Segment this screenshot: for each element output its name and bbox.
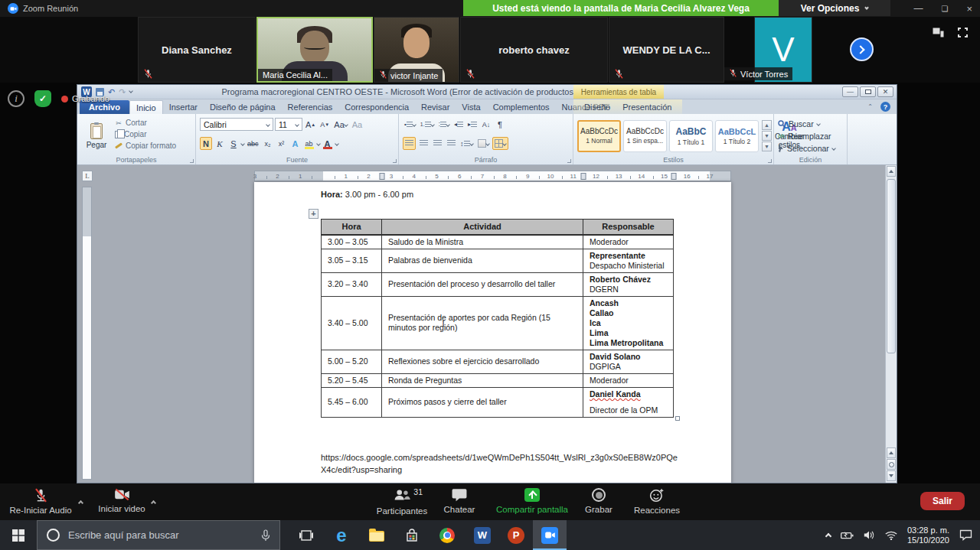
task-view-button[interactable]: [289, 520, 323, 550]
align-left-button[interactable]: [403, 137, 416, 150]
taskbar-zoom-icon[interactable]: [533, 520, 567, 550]
previous-page-button[interactable]: [887, 447, 896, 458]
scroll-up-button[interactable]: [887, 166, 896, 177]
style-card[interactable]: AaBbCcDc1 Sin espa...: [623, 120, 667, 152]
replace-button[interactable]: ab Reemplazar: [778, 130, 843, 142]
clear-formatting-button[interactable]: Aa: [351, 118, 364, 131]
bold-button[interactable]: N: [200, 137, 212, 150]
word-close-button[interactable]: ✕: [877, 86, 893, 97]
start-video-button[interactable]: Iniciar video: [90, 488, 153, 513]
unmute-audio-button[interactable]: Re-Iniciar Audio: [0, 488, 81, 515]
word-tab-vista[interactable]: Vista: [456, 100, 486, 114]
taskbar-clock[interactable]: 03:28 p. m. 15/10/2020: [907, 526, 949, 545]
wifi-icon[interactable]: [885, 531, 897, 540]
participant-tile[interactable]: VVíctor Torres: [754, 17, 812, 83]
line-spacing-button[interactable]: ↕: [459, 137, 475, 150]
increase-indent-button[interactable]: ▸: [466, 118, 479, 131]
minimize-ribbon-icon[interactable]: ⌃: [867, 103, 873, 110]
video-options-chevron[interactable]: [152, 494, 155, 508]
info-icon[interactable]: i: [8, 90, 24, 107]
borders-button[interactable]: [492, 137, 508, 150]
taskbar-file-explorer-icon[interactable]: [360, 520, 394, 550]
dialog-launcher-icon[interactable]: [768, 159, 772, 163]
sort-button[interactable]: A↓: [480, 118, 492, 131]
styles-scroll-down-icon[interactable]: ▼: [762, 131, 772, 141]
audio-options-chevron[interactable]: [79, 494, 83, 508]
taskbar-edge-icon[interactable]: e: [325, 520, 358, 550]
paste-button[interactable]: Pegar: [81, 116, 112, 155]
qat-dropdown-icon[interactable]: [129, 89, 134, 93]
participant-tile[interactable]: WENDY DE LA C...: [609, 17, 724, 83]
select-button[interactable]: Seleccionar: [778, 142, 843, 154]
fullscreen-icon[interactable]: [958, 27, 968, 41]
taskbar-search-input[interactable]: Escribe aquí para buscar: [37, 520, 280, 550]
change-case-button[interactable]: Aa: [332, 118, 348, 131]
word-tab-revisar[interactable]: Revisar: [415, 100, 456, 114]
copy-button[interactable]: Copiar: [115, 129, 176, 139]
record-button[interactable]: Grabar: [576, 488, 622, 514]
table-column-marker[interactable]: [380, 173, 385, 180]
word-tab-inicio[interactable]: Inicio: [129, 100, 163, 114]
maximize-button[interactable]: ❏: [941, 5, 948, 13]
text-effects-button[interactable]: A: [289, 137, 302, 150]
participant-tile[interactable]: roberto chavez: [460, 17, 608, 83]
dialog-launcher-icon[interactable]: [393, 159, 397, 163]
highlight-button[interactable]: ab: [303, 137, 315, 150]
taskbar-store-icon[interactable]: [395, 520, 429, 550]
italic-button[interactable]: K: [214, 137, 226, 150]
action-center-icon[interactable]: [959, 529, 972, 541]
show-marks-button[interactable]: ¶: [494, 118, 506, 131]
shading-button[interactable]: [476, 137, 491, 150]
format-painter-button[interactable]: Copiar formato: [115, 141, 176, 151]
browse-object-button[interactable]: [887, 459, 896, 470]
bullets-button[interactable]: •: [403, 118, 417, 131]
share-screen-button[interactable]: Compartir pantalla: [490, 488, 574, 514]
taskbar-powerpoint-icon[interactable]: P: [499, 520, 533, 550]
word-tab-referencias[interactable]: Referencias: [282, 100, 339, 114]
word-tab-complementos[interactable]: Complementos: [487, 100, 556, 114]
participant-tile[interactable]: Diana Sanchez: [138, 17, 256, 83]
underline-button[interactable]: S: [227, 137, 240, 150]
close-button[interactable]: ×: [966, 3, 972, 15]
justify-button[interactable]: [445, 137, 457, 150]
next-participants-button[interactable]: [850, 37, 874, 61]
word-minimize-button[interactable]: —: [842, 86, 858, 97]
word-tab-correspondencia[interactable]: Correspondencia: [338, 100, 415, 114]
align-center-button[interactable]: [417, 137, 430, 150]
multilevel-list-button[interactable]: ⁚: [437, 118, 451, 131]
dialog-launcher-icon[interactable]: [567, 159, 571, 163]
chat-button[interactable]: Chatear: [433, 488, 486, 514]
document-page[interactable]: Hora: 3.00 pm - 6.00 pm + HoraActividadR…: [254, 182, 731, 483]
font-family-select[interactable]: Calibri: [200, 118, 273, 131]
cut-button[interactable]: ✂Cortar: [115, 118, 176, 128]
leave-meeting-button[interactable]: Salir: [920, 492, 965, 510]
table-move-handle[interactable]: +: [309, 209, 318, 219]
participant-tile[interactable]: Maria Cecilia Al...: [256, 17, 373, 83]
participant-tile[interactable]: victor Injante: [374, 17, 459, 83]
word-tab-insertar[interactable]: Insertar: [163, 100, 204, 114]
scrollbar-thumb[interactable]: [887, 179, 896, 353]
style-card[interactable]: AaBbC1 Título 1: [669, 120, 713, 152]
styles-scroll-up-icon[interactable]: ▲: [762, 120, 772, 130]
find-button[interactable]: Buscar: [778, 118, 843, 129]
font-color-button[interactable]: A: [322, 137, 334, 150]
word-contextual-tab-presentaci-n[interactable]: Presentación: [616, 100, 678, 114]
speaker-icon[interactable]: [864, 530, 875, 540]
table-resize-handle[interactable]: [675, 416, 680, 421]
font-size-select[interactable]: 11: [275, 118, 302, 131]
dialog-launcher-icon[interactable]: [190, 159, 194, 163]
superscript-button[interactable]: x²: [276, 137, 288, 150]
decrease-indent-button[interactable]: ◂: [452, 118, 465, 131]
gallery-view-icon[interactable]: [933, 27, 944, 41]
redo-icon[interactable]: ↷: [119, 88, 126, 96]
next-page-button[interactable]: [887, 470, 896, 481]
view-options-button[interactable]: Ver Opciones: [779, 0, 890, 16]
battery-icon[interactable]: [841, 531, 854, 540]
vertical-scrollbar[interactable]: [885, 165, 897, 483]
subscript-button[interactable]: x₂: [262, 137, 274, 150]
minimize-button[interactable]: —: [913, 3, 923, 14]
style-card[interactable]: AaBbCcDc1 Normal: [577, 120, 621, 152]
styles-more-icon[interactable]: ▼: [762, 142, 772, 151]
tray-expand-icon[interactable]: [825, 533, 831, 539]
table-column-marker[interactable]: [671, 173, 677, 180]
